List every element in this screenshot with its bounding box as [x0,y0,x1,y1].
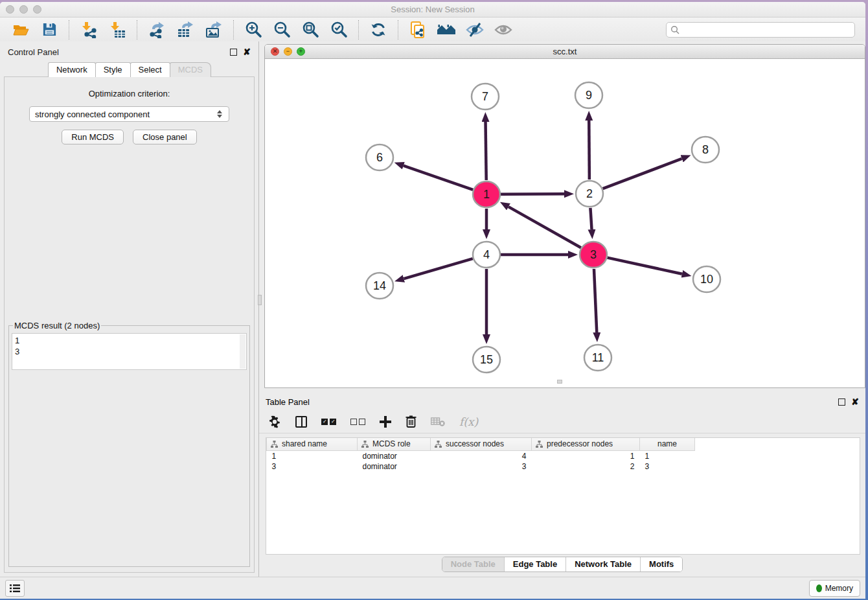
cell-successor-nodes[interactable]: 4 [431,450,532,461]
edge-3-11[interactable] [594,269,597,332]
toolbar-separator [358,20,359,40]
export-network-icon[interactable] [147,20,166,40]
tab-motifs[interactable]: Motifs [641,557,682,571]
select-all-icon[interactable] [321,414,336,430]
edge-3-1[interactable] [508,207,581,248]
import-network-icon[interactable] [79,20,98,40]
edge-2-3[interactable] [590,208,591,229]
column-header-predecessor-nodes[interactable]: predecessor nodes [532,438,640,450]
cell-predecessor-nodes[interactable]: 1 [532,450,640,461]
search-input[interactable] [682,25,851,34]
edge-3-10[interactable] [607,258,681,274]
optimization-criterion-dropdown[interactable]: strongly connected component [29,106,229,122]
cell-MCDS-role[interactable]: dominator [358,450,431,461]
mcds-result-box: MCDS result (2 nodes) 1 3 [8,321,250,567]
tab-select[interactable]: Select [130,62,170,77]
table-tab-bar: Node TableEdge TableNetwork TableMotifs [259,555,865,574]
settings-icon[interactable] [268,414,281,430]
run-mcds-button[interactable]: Run MCDS [62,130,124,144]
memory-button[interactable]: Memory [809,580,860,597]
node-15[interactable]: 15 [473,347,500,373]
node-10[interactable]: 10 [693,266,720,292]
cell-shared-name[interactable]: 1 [267,450,358,461]
search-field[interactable] [666,22,855,38]
first-neighbors-icon[interactable] [437,20,456,40]
status-bar: Memory [0,577,865,599]
node-table: shared nameMCDS rolesuccessor nodesprede… [266,437,860,555]
column-header-MCDS-role[interactable]: MCDS role [358,438,431,450]
save-session-icon[interactable] [40,20,59,40]
result-scrollbar[interactable] [240,334,246,369]
node-8[interactable]: 8 [692,137,719,163]
table-panel-header: Table Panel ✘ [259,393,865,410]
cell-predecessor-nodes[interactable]: 2 [532,461,640,472]
cell-successor-nodes[interactable]: 3 [431,461,532,472]
tab-style[interactable]: Style [95,62,131,77]
column-header-successor-nodes[interactable]: successor nodes [431,438,532,450]
edge-4-14[interactable] [404,259,472,279]
node-6[interactable]: 6 [366,144,393,170]
tab-edge-table[interactable]: Edge Table [505,557,566,571]
close-panel-icon[interactable]: ✘ [243,49,251,56]
zoom-in-icon[interactable] [244,20,263,40]
edge-1-2[interactable] [501,194,564,194]
export-image-icon[interactable] [204,20,223,40]
deselect-all-icon[interactable] [350,414,365,430]
float-table-panel-icon[interactable] [838,398,845,406]
tab-network[interactable]: Network [48,62,96,77]
node-2[interactable]: 2 [576,181,603,207]
edge-2-9[interactable] [589,121,589,179]
zoom-fit-icon[interactable] [301,20,320,40]
memory-label: Memory [825,584,853,593]
delete-row-icon[interactable] [405,414,417,430]
show-column-icon[interactable] [295,414,307,430]
mcds-result-text[interactable]: 1 3 [12,333,247,370]
table-panel: Table Panel ✘ [259,393,865,577]
node-11[interactable]: 11 [584,345,611,371]
edge-2-8[interactable] [603,159,682,189]
import-table-icon[interactable] [108,20,127,40]
table-row[interactable]: 3dominator323 [267,461,705,472]
add-row-icon[interactable] [380,414,391,430]
float-panel-icon[interactable] [230,49,237,56]
zoom-out-icon[interactable] [272,20,291,40]
view-splitter-grip[interactable] [557,380,562,384]
export-table-icon[interactable] [176,20,195,40]
dropdown-value: strongly connected component [35,110,150,119]
delete-column-icon-disabled [431,414,445,430]
column-header-name[interactable]: name [640,438,695,450]
clone-network-icon[interactable] [408,20,428,40]
panel-splitter-grip[interactable] [258,295,262,305]
edge-1-6[interactable] [404,166,473,190]
open-session-icon[interactable] [11,20,30,40]
task-history-button[interactable] [5,580,25,597]
tab-node-table[interactable]: Node Table [442,557,505,571]
node-4[interactable]: 4 [473,242,500,268]
hierarchy-icon [536,441,543,448]
column-header-shared-name[interactable]: shared name [267,438,358,450]
show-all-icon[interactable] [494,20,513,40]
node-1[interactable]: 1 [473,181,500,207]
table-row[interactable]: 1dominator411 [267,450,705,461]
zoom-selected-icon[interactable] [329,20,348,40]
node-9[interactable]: 9 [575,82,602,108]
refresh-view-icon[interactable] [369,20,388,40]
node-3[interactable]: 3 [580,242,607,268]
memory-status-icon [816,584,822,592]
node-14[interactable]: 14 [366,273,393,299]
close-panel-button[interactable]: Close panel [133,130,197,144]
tab-network-table[interactable]: Network Table [566,557,641,571]
network-graph-canvas[interactable]: 7968124314101511 [265,59,865,385]
list-icon [10,584,20,593]
network-view-titlebar[interactable]: ✕ − + scc.txt [265,45,865,59]
cell-name[interactable]: 1 [640,450,695,461]
cell-shared-name[interactable]: 3 [267,461,358,472]
edge-1-7[interactable] [486,122,486,180]
tab-mcds[interactable]: MCDS [170,62,211,77]
node-7[interactable]: 7 [472,84,499,110]
cell-MCDS-role[interactable]: dominator [358,461,431,472]
hide-selected-icon[interactable] [465,20,485,40]
close-table-panel-icon[interactable]: ✘ [851,398,859,406]
cell-name[interactable]: 3 [640,461,695,472]
node-label-8: 8 [702,143,709,156]
